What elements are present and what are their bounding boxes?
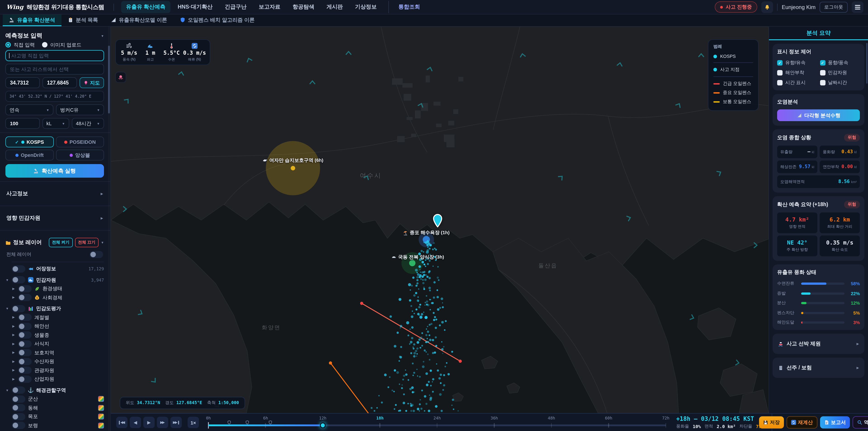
layer-toggle[interactable]: [18, 367, 32, 374]
polygon-analysis-button[interactable]: 다각형 분석수행: [777, 110, 860, 121]
tab-1[interactable]: 분석 목록: [61, 14, 104, 26]
nav-item-4[interactable]: 항공탐색: [288, 1, 319, 13]
layer-toggle[interactable]: [18, 358, 32, 365]
checkbox-checked-icon[interactable]: ✓: [820, 60, 825, 65]
layer-toggle[interactable]: [18, 294, 32, 301]
nav-item-6[interactable]: 기상정보: [350, 1, 382, 13]
layer-toggle[interactable]: [12, 404, 25, 411]
layer-toggle[interactable]: [18, 340, 32, 348]
chevron-right-icon[interactable]: ▶: [12, 369, 16, 372]
unit-select[interactable]: kL▼: [42, 118, 69, 129]
layer-toggle[interactable]: [12, 396, 25, 403]
timeline-slider[interactable]: 0h6h12h18h24h36h48h60h72h: [209, 413, 666, 431]
timeline-handle[interactable]: [320, 423, 326, 428]
tab-3[interactable]: 오일펜스 배치 알고리즘 이론: [174, 14, 261, 26]
layer-toggle[interactable]: [12, 276, 25, 284]
display-check-5[interactable]: 날짜시간: [820, 80, 860, 86]
재계산-button[interactable]: 재계산: [786, 416, 817, 429]
palette-icon[interactable]: [98, 423, 104, 429]
playback-speed-button[interactable]: 1×: [188, 417, 199, 428]
logout-button[interactable]: 로그아웃: [819, 2, 848, 12]
chevron-down-icon[interactable]: ▼: [5, 307, 9, 310]
chevron-right-icon[interactable]: ▶: [12, 342, 16, 346]
보고서-button[interactable]: 보고서: [820, 416, 850, 429]
layer-toggle[interactable]: [18, 285, 32, 293]
map-marker-beach[interactable]: 종포 해수욕장 (1h): [403, 229, 450, 236]
model-chip-opendrift[interactable]: OpenDrift: [5, 150, 54, 160]
run-prediction-button[interactable]: 확산예측 실행: [5, 164, 104, 178]
nav-item-2[interactable]: 긴급구난: [220, 1, 252, 13]
model-chip-앙상블[interactable]: 앙상블: [56, 150, 104, 160]
display-check-2[interactable]: 해안부착: [777, 70, 817, 76]
display-check-0[interactable]: ✓유향/유속: [777, 60, 817, 66]
longitude-input[interactable]: [42, 77, 77, 88]
tab-0[interactable]: 유출유 확산분석: [3, 14, 61, 26]
skip-start-button[interactable]: ◀◀: [116, 417, 127, 428]
layer-toggle[interactable]: [12, 265, 25, 273]
predict-section-header[interactable]: 예측정보 입력 ▼: [5, 31, 104, 40]
nav-item-3[interactable]: 보고자료: [254, 1, 285, 13]
layer-toggle[interactable]: [12, 422, 25, 429]
play-button[interactable]: ▶: [143, 417, 155, 428]
layer-toggle[interactable]: [18, 314, 32, 321]
layer-toggle[interactable]: [18, 323, 32, 330]
spill-amount-input[interactable]: [5, 118, 39, 129]
model-chip-poseidon[interactable]: POSEIDON: [56, 136, 104, 147]
notifications-button[interactable]: [762, 1, 773, 13]
nav-item-1[interactable]: HNS·대기확산: [173, 1, 218, 13]
layer-toggle[interactable]: [12, 305, 25, 312]
map-marker-farm[interactable]: 국동 전복 양식장 (3h): [392, 254, 444, 260]
incident-list-input[interactable]: [5, 64, 104, 74]
chevron-down-icon[interactable]: ▼: [5, 389, 9, 392]
저장-button[interactable]: 저장: [759, 416, 784, 429]
display-check-1[interactable]: ✓풍향/풍속: [820, 60, 860, 66]
model-chip-kosps[interactable]: ✓KOSPS: [5, 136, 54, 147]
incident-name-input[interactable]: [5, 50, 104, 61]
display-check-4[interactable]: 시간 표시: [777, 80, 817, 86]
chevron-right-icon[interactable]: ▶: [12, 377, 16, 381]
checkbox-icon[interactable]: [820, 80, 825, 86]
nav-item-5[interactable]: 게시판: [322, 1, 348, 13]
layer-toggle[interactable]: [18, 332, 32, 339]
pick-on-map-button[interactable]: 지도: [80, 77, 104, 88]
palette-icon[interactable]: [98, 414, 104, 420]
all-layers-toggle[interactable]: [90, 251, 103, 258]
spill-mode-select[interactable]: 연속▼: [5, 104, 53, 115]
skip-end-button[interactable]: ▶▶: [170, 417, 182, 428]
palette-icon[interactable]: [98, 396, 104, 402]
역추적-button[interactable]: 역추적: [852, 416, 868, 429]
map-marker-wetland[interactable]: 여자만 습지보호구역 (6h): [262, 157, 323, 164]
sidebar-scrollbar-thumb[interactable]: [108, 45, 110, 114]
ship-specs-card[interactable]: 사고 선박 제원 ▶: [773, 334, 864, 354]
duration-select[interactable]: 48시간▼: [72, 118, 104, 129]
menu-button[interactable]: [852, 1, 864, 13]
map-canvas[interactable]: 5 m/s풍속 (N)1 m파고5.5°C수온0.3 m/s해류 (N) 범례K…: [111, 27, 769, 413]
chevron-right-icon[interactable]: ▶: [12, 287, 16, 291]
chevron-right-icon[interactable]: ▶: [12, 316, 16, 319]
chevron-down-icon[interactable]: ▼: [5, 278, 9, 282]
chevron-right-icon[interactable]: ▶: [12, 360, 16, 363]
layers-all-off-button[interactable]: 전체 끄기: [75, 238, 98, 247]
step-back-button[interactable]: ◀: [130, 417, 141, 428]
radio-direct-input[interactable]: 직접 입력: [5, 41, 35, 48]
incident-info-section[interactable]: 사고정보 ▶: [5, 185, 104, 202]
species-marker-button[interactable]: [115, 72, 126, 83]
chevron-right-icon[interactable]: ▶: [12, 325, 16, 328]
impact-resources-section[interactable]: 영향 민감자원 ▶: [5, 210, 104, 226]
owner-insurance-card[interactable]: 선주 / 보험 ▶: [773, 358, 864, 378]
chevron-right-icon[interactable]: ▶: [12, 333, 16, 337]
layer-toggle[interactable]: [12, 387, 25, 394]
checkbox-checked-icon[interactable]: ✓: [777, 60, 782, 65]
chevron-right-icon[interactable]: ▶: [12, 296, 16, 300]
checkbox-icon[interactable]: [820, 70, 825, 75]
layer-toggle[interactable]: [18, 376, 32, 383]
display-check-3[interactable]: 민감자원: [820, 70, 860, 76]
nav-item-portal[interactable]: 통합조회: [389, 1, 425, 13]
checkbox-icon[interactable]: [777, 80, 782, 86]
radio-image-upload[interactable]: 이미지 업로드: [42, 41, 81, 48]
nav-item-0[interactable]: 유출유 확산예측: [121, 1, 170, 13]
checkbox-icon[interactable]: [777, 70, 782, 75]
incident-pin[interactable]: [433, 214, 442, 227]
layers-all-on-button[interactable]: 전체 켜기: [49, 238, 72, 247]
fast-forward-button[interactable]: ▶▶: [157, 417, 168, 428]
